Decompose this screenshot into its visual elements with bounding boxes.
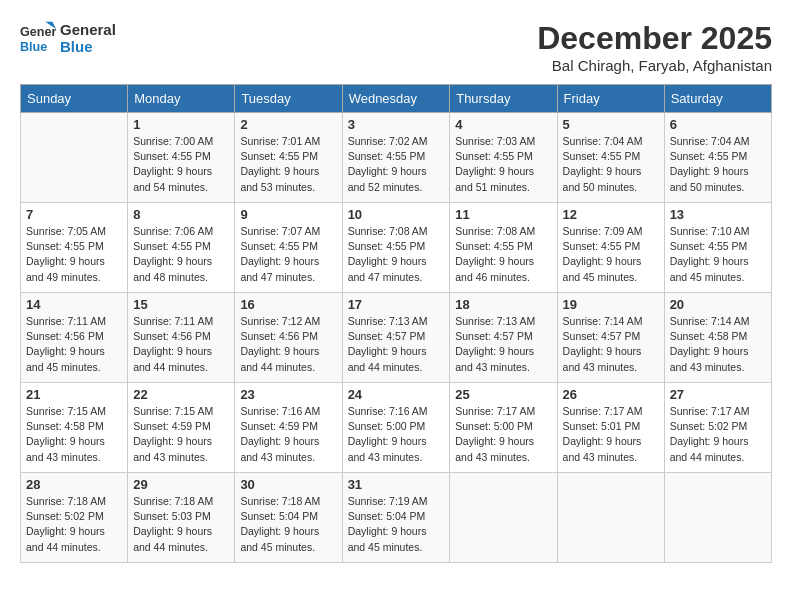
weekday-wednesday: Wednesday	[342, 85, 450, 113]
calendar-cell: 11Sunrise: 7:08 AMSunset: 4:55 PMDayligh…	[450, 203, 557, 293]
day-number: 24	[348, 387, 445, 402]
day-number: 11	[455, 207, 551, 222]
day-number: 23	[240, 387, 336, 402]
calendar-cell: 27Sunrise: 7:17 AMSunset: 5:02 PMDayligh…	[664, 383, 771, 473]
day-number: 9	[240, 207, 336, 222]
svg-text:General: General	[20, 25, 56, 39]
day-info: Sunrise: 7:19 AMSunset: 5:04 PMDaylight:…	[348, 494, 445, 555]
calendar-cell: 18Sunrise: 7:13 AMSunset: 4:57 PMDayligh…	[450, 293, 557, 383]
day-number: 25	[455, 387, 551, 402]
day-info: Sunrise: 7:12 AMSunset: 4:56 PMDaylight:…	[240, 314, 336, 375]
calendar-cell: 23Sunrise: 7:16 AMSunset: 4:59 PMDayligh…	[235, 383, 342, 473]
week-row-3: 14Sunrise: 7:11 AMSunset: 4:56 PMDayligh…	[21, 293, 772, 383]
day-info: Sunrise: 7:11 AMSunset: 4:56 PMDaylight:…	[133, 314, 229, 375]
month-title: December 2025	[537, 20, 772, 57]
day-number: 10	[348, 207, 445, 222]
day-number: 15	[133, 297, 229, 312]
calendar-cell: 21Sunrise: 7:15 AMSunset: 4:58 PMDayligh…	[21, 383, 128, 473]
day-number: 18	[455, 297, 551, 312]
day-info: Sunrise: 7:05 AMSunset: 4:55 PMDaylight:…	[26, 224, 122, 285]
day-info: Sunrise: 7:08 AMSunset: 4:55 PMDaylight:…	[348, 224, 445, 285]
day-info: Sunrise: 7:04 AMSunset: 4:55 PMDaylight:…	[563, 134, 659, 195]
calendar-cell	[21, 113, 128, 203]
day-info: Sunrise: 7:07 AMSunset: 4:55 PMDaylight:…	[240, 224, 336, 285]
calendar-cell: 17Sunrise: 7:13 AMSunset: 4:57 PMDayligh…	[342, 293, 450, 383]
day-info: Sunrise: 7:13 AMSunset: 4:57 PMDaylight:…	[348, 314, 445, 375]
weekday-sunday: Sunday	[21, 85, 128, 113]
day-number: 5	[563, 117, 659, 132]
week-row-2: 7Sunrise: 7:05 AMSunset: 4:55 PMDaylight…	[21, 203, 772, 293]
calendar-cell: 1Sunrise: 7:00 AMSunset: 4:55 PMDaylight…	[128, 113, 235, 203]
day-number: 22	[133, 387, 229, 402]
calendar-cell: 14Sunrise: 7:11 AMSunset: 4:56 PMDayligh…	[21, 293, 128, 383]
day-info: Sunrise: 7:18 AMSunset: 5:04 PMDaylight:…	[240, 494, 336, 555]
calendar-cell: 10Sunrise: 7:08 AMSunset: 4:55 PMDayligh…	[342, 203, 450, 293]
day-number: 13	[670, 207, 766, 222]
calendar-cell: 26Sunrise: 7:17 AMSunset: 5:01 PMDayligh…	[557, 383, 664, 473]
calendar-cell: 8Sunrise: 7:06 AMSunset: 4:55 PMDaylight…	[128, 203, 235, 293]
day-info: Sunrise: 7:08 AMSunset: 4:55 PMDaylight:…	[455, 224, 551, 285]
calendar-cell: 31Sunrise: 7:19 AMSunset: 5:04 PMDayligh…	[342, 473, 450, 563]
day-info: Sunrise: 7:00 AMSunset: 4:55 PMDaylight:…	[133, 134, 229, 195]
calendar-cell: 13Sunrise: 7:10 AMSunset: 4:55 PMDayligh…	[664, 203, 771, 293]
day-info: Sunrise: 7:16 AMSunset: 5:00 PMDaylight:…	[348, 404, 445, 465]
weekday-tuesday: Tuesday	[235, 85, 342, 113]
day-info: Sunrise: 7:15 AMSunset: 4:59 PMDaylight:…	[133, 404, 229, 465]
calendar-cell: 5Sunrise: 7:04 AMSunset: 4:55 PMDaylight…	[557, 113, 664, 203]
day-number: 21	[26, 387, 122, 402]
day-info: Sunrise: 7:14 AMSunset: 4:57 PMDaylight:…	[563, 314, 659, 375]
day-info: Sunrise: 7:15 AMSunset: 4:58 PMDaylight:…	[26, 404, 122, 465]
calendar-cell	[664, 473, 771, 563]
calendar-cell	[557, 473, 664, 563]
day-info: Sunrise: 7:13 AMSunset: 4:57 PMDaylight:…	[455, 314, 551, 375]
logo-blue: Blue	[60, 38, 116, 55]
calendar-cell: 20Sunrise: 7:14 AMSunset: 4:58 PMDayligh…	[664, 293, 771, 383]
day-info: Sunrise: 7:09 AMSunset: 4:55 PMDaylight:…	[563, 224, 659, 285]
location-title: Bal Chiragh, Faryab, Afghanistan	[537, 57, 772, 74]
day-info: Sunrise: 7:11 AMSunset: 4:56 PMDaylight:…	[26, 314, 122, 375]
week-row-1: 1Sunrise: 7:00 AMSunset: 4:55 PMDaylight…	[21, 113, 772, 203]
day-info: Sunrise: 7:01 AMSunset: 4:55 PMDaylight:…	[240, 134, 336, 195]
calendar-cell: 12Sunrise: 7:09 AMSunset: 4:55 PMDayligh…	[557, 203, 664, 293]
week-row-5: 28Sunrise: 7:18 AMSunset: 5:02 PMDayligh…	[21, 473, 772, 563]
weekday-saturday: Saturday	[664, 85, 771, 113]
title-block: December 2025 Bal Chiragh, Faryab, Afgha…	[537, 20, 772, 74]
logo: General Blue General Blue	[20, 20, 116, 56]
calendar-cell: 4Sunrise: 7:03 AMSunset: 4:55 PMDaylight…	[450, 113, 557, 203]
day-info: Sunrise: 7:03 AMSunset: 4:55 PMDaylight:…	[455, 134, 551, 195]
calendar-cell: 22Sunrise: 7:15 AMSunset: 4:59 PMDayligh…	[128, 383, 235, 473]
day-number: 2	[240, 117, 336, 132]
calendar-table: SundayMondayTuesdayWednesdayThursdayFrid…	[20, 84, 772, 563]
day-number: 14	[26, 297, 122, 312]
day-number: 20	[670, 297, 766, 312]
day-number: 27	[670, 387, 766, 402]
calendar-cell: 15Sunrise: 7:11 AMSunset: 4:56 PMDayligh…	[128, 293, 235, 383]
day-info: Sunrise: 7:17 AMSunset: 5:00 PMDaylight:…	[455, 404, 551, 465]
day-number: 29	[133, 477, 229, 492]
day-info: Sunrise: 7:17 AMSunset: 5:01 PMDaylight:…	[563, 404, 659, 465]
day-number: 28	[26, 477, 122, 492]
calendar-cell: 25Sunrise: 7:17 AMSunset: 5:00 PMDayligh…	[450, 383, 557, 473]
day-number: 4	[455, 117, 551, 132]
weekday-monday: Monday	[128, 85, 235, 113]
day-info: Sunrise: 7:02 AMSunset: 4:55 PMDaylight:…	[348, 134, 445, 195]
day-info: Sunrise: 7:18 AMSunset: 5:02 PMDaylight:…	[26, 494, 122, 555]
calendar-cell: 7Sunrise: 7:05 AMSunset: 4:55 PMDaylight…	[21, 203, 128, 293]
weekday-thursday: Thursday	[450, 85, 557, 113]
calendar-cell	[450, 473, 557, 563]
day-number: 30	[240, 477, 336, 492]
day-info: Sunrise: 7:17 AMSunset: 5:02 PMDaylight:…	[670, 404, 766, 465]
day-number: 12	[563, 207, 659, 222]
day-number: 7	[26, 207, 122, 222]
logo-general: General	[60, 21, 116, 38]
week-row-4: 21Sunrise: 7:15 AMSunset: 4:58 PMDayligh…	[21, 383, 772, 473]
day-info: Sunrise: 7:18 AMSunset: 5:03 PMDaylight:…	[133, 494, 229, 555]
calendar-cell: 19Sunrise: 7:14 AMSunset: 4:57 PMDayligh…	[557, 293, 664, 383]
calendar-cell: 3Sunrise: 7:02 AMSunset: 4:55 PMDaylight…	[342, 113, 450, 203]
day-info: Sunrise: 7:14 AMSunset: 4:58 PMDaylight:…	[670, 314, 766, 375]
day-number: 17	[348, 297, 445, 312]
logo-icon: General Blue	[20, 20, 56, 56]
day-info: Sunrise: 7:06 AMSunset: 4:55 PMDaylight:…	[133, 224, 229, 285]
calendar-cell: 9Sunrise: 7:07 AMSunset: 4:55 PMDaylight…	[235, 203, 342, 293]
day-info: Sunrise: 7:16 AMSunset: 4:59 PMDaylight:…	[240, 404, 336, 465]
